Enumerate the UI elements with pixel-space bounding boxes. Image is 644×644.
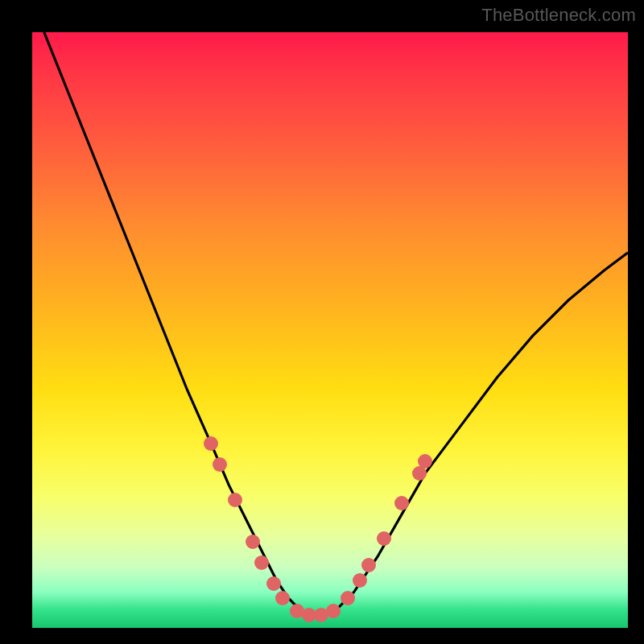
- data-marker: [213, 457, 227, 472]
- marker-layer: [32, 32, 628, 628]
- data-marker: [361, 558, 376, 572]
- data-marker: [246, 535, 260, 549]
- data-marker: [228, 493, 242, 507]
- data-marker: [326, 604, 341, 618]
- data-marker: [266, 576, 281, 591]
- data-marker: [377, 531, 391, 546]
- watermark-text: TheBottleneck.com: [481, 5, 636, 26]
- data-marker: [394, 496, 409, 510]
- data-marker: [418, 454, 432, 469]
- chart-frame: TheBottleneck.com: [0, 0, 644, 644]
- data-marker: [204, 436, 218, 451]
- data-marker: [254, 555, 269, 570]
- data-marker: [275, 591, 290, 605]
- data-marker: [353, 573, 367, 588]
- data-marker: [341, 591, 355, 605]
- plot-area: [32, 32, 628, 628]
